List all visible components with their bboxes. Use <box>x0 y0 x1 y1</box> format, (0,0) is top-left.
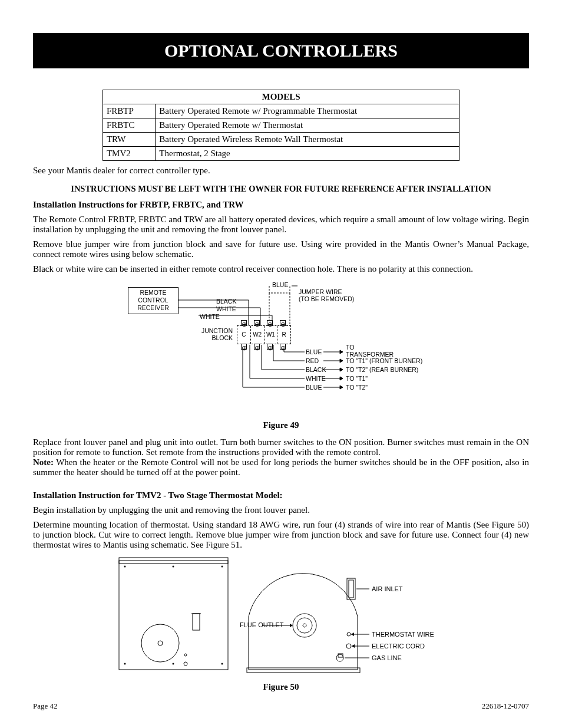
terminal-c: C <box>237 326 251 344</box>
svg-point-18 <box>222 566 223 568</box>
body-text: Replace front louver panel and plug unit… <box>33 437 529 477</box>
instructions-banner: INSTRUCTIONS MUST BE LEFT WITH THE OWNER… <box>33 184 529 194</box>
svg-point-32 <box>346 644 351 648</box>
models-header: MODELS <box>103 90 459 104</box>
section2-heading: Installation Instruction for TMV2 - Two … <box>33 490 529 500</box>
svg-point-19 <box>124 663 126 665</box>
svg-point-17 <box>124 566 126 568</box>
body-text: Begin installation by unplugging the uni… <box>33 505 529 515</box>
table-row: FRBTPBattery Operated Remote w/ Programm… <box>103 104 459 118</box>
wire-dest: TO "T2" <box>346 384 368 391</box>
svg-point-28 <box>303 624 306 627</box>
svg-point-13 <box>141 624 179 662</box>
electric-cord-label: ELECTRIC CORD <box>372 643 425 650</box>
model-desc: Battery Operated Wireless Remote Wall Th… <box>156 133 459 147</box>
model-code: FRBTC <box>103 118 155 133</box>
figure-49-caption: Figure 49 <box>33 420 529 430</box>
flue-outlet-label: FLUE OUTLET <box>240 621 261 628</box>
screw-icon: ⊕ <box>267 320 273 326</box>
body-text: Remove blue jumper wire from junction bl… <box>33 239 529 259</box>
svg-point-33 <box>336 654 343 661</box>
model-desc: Battery Operated Remote w/ Thermostat <box>156 118 459 133</box>
svg-point-31 <box>347 633 351 636</box>
body-text: Determine mounting location of thermosta… <box>33 520 529 550</box>
svg-rect-25 <box>247 668 360 673</box>
screw-icon: ⊕ <box>241 320 247 326</box>
svg-point-27 <box>297 618 312 633</box>
svg-marker-10 <box>340 386 343 389</box>
model-code: FRBTP <box>103 104 155 118</box>
page-number: Page 42 <box>33 701 58 711</box>
table-row: FRBTCBattery Operated Remote w/ Thermost… <box>103 118 459 133</box>
wire-dest: TO "T1" (FRONT BURNER) <box>346 357 422 364</box>
terminal-w2: W2 <box>251 326 265 344</box>
body-span: Replace front louver panel and plug unit… <box>33 437 529 457</box>
models-table: MODELS FRBTPBattery Operated Remote w/ P… <box>103 90 459 161</box>
svg-marker-4 <box>340 359 343 363</box>
page-title: OPTIONAL CONTROLLERS <box>33 33 529 68</box>
see-dealer-text: See your Mantis dealer for correct contr… <box>33 166 529 176</box>
screw-icon: ⊕ <box>267 344 273 350</box>
svg-rect-15 <box>193 614 200 630</box>
note-text: When the heater or the Remote Control wi… <box>33 457 529 477</box>
screw-icon: ⊕ <box>254 344 260 350</box>
model-desc: Thermostat, 2 Stage <box>156 147 459 161</box>
screw-icon: ⊕ <box>280 344 286 350</box>
svg-rect-11 <box>119 561 228 670</box>
svg-marker-2 <box>340 350 343 354</box>
svg-marker-36 <box>290 624 293 627</box>
table-row: TMV2Thermostat, 2 Stage <box>103 147 459 161</box>
svg-point-26 <box>293 614 316 637</box>
note-label: Note: <box>33 457 54 467</box>
body-text: The Remote Control FRBTP, FRBTC and TRW … <box>33 215 529 235</box>
page-footer: Page 42 22618-12-0707 <box>33 701 529 711</box>
wire-label: BLUE <box>306 348 322 355</box>
wire-dest: TO "T2" (REAR BURNER) <box>346 366 418 373</box>
svg-marker-39 <box>351 633 354 636</box>
gas-line-label: GAS LINE <box>372 654 402 661</box>
svg-marker-6 <box>340 368 343 371</box>
svg-marker-8 <box>340 377 343 380</box>
terminal-r: R <box>277 326 290 344</box>
svg-point-20 <box>222 663 223 665</box>
body-text: Black or white wire can be inserted in e… <box>33 264 529 274</box>
svg-rect-30 <box>349 580 353 598</box>
svg-point-21 <box>173 566 174 568</box>
model-desc: Battery Operated Remote w/ Programmable … <box>156 104 459 118</box>
wire-label: RED <box>306 357 319 364</box>
model-code: TRW <box>103 133 155 147</box>
terminal-w1: W1 <box>265 326 278 344</box>
thermostat-wire-label: THERMOSTAT WIRE <box>372 631 434 638</box>
section1-heading: Installation Instructions for FRBTP, FRB… <box>33 200 529 210</box>
air-inlet-label: AIR INLET <box>372 585 403 592</box>
table-row: TRWBattery Operated Wireless Remote Wall… <box>103 133 459 147</box>
svg-marker-41 <box>352 644 355 648</box>
screw-icon: ⊕ <box>241 344 247 350</box>
wire-label: BLACK <box>306 366 326 373</box>
wire-dest: TO "T1" <box>346 375 368 382</box>
wire-label: WHITE <box>306 375 326 382</box>
figure-49-diagram: REMOTECONTROLRECEIVER BLUE JUMPER WIRE (… <box>128 281 434 417</box>
figure-50-diagram: FLUE OUTLET AIR INLET THERMOSTAT WIRE EL… <box>116 555 446 678</box>
doc-number: 22618-12-0707 <box>482 701 529 711</box>
svg-point-22 <box>173 663 174 665</box>
figure-50-caption: Figure 50 <box>33 682 529 692</box>
svg-point-14 <box>158 641 163 645</box>
screw-icon: ⊕ <box>254 320 260 326</box>
svg-point-23 <box>184 654 187 656</box>
wire-dest: TOTRANSFORMER <box>346 344 394 358</box>
junction-block: C W2 W1 R <box>237 325 291 344</box>
svg-point-24 <box>184 662 187 666</box>
model-code: TMV2 <box>103 147 155 161</box>
wire-label: BLUE <box>306 384 322 391</box>
screw-icon: ⊕ <box>280 320 286 326</box>
